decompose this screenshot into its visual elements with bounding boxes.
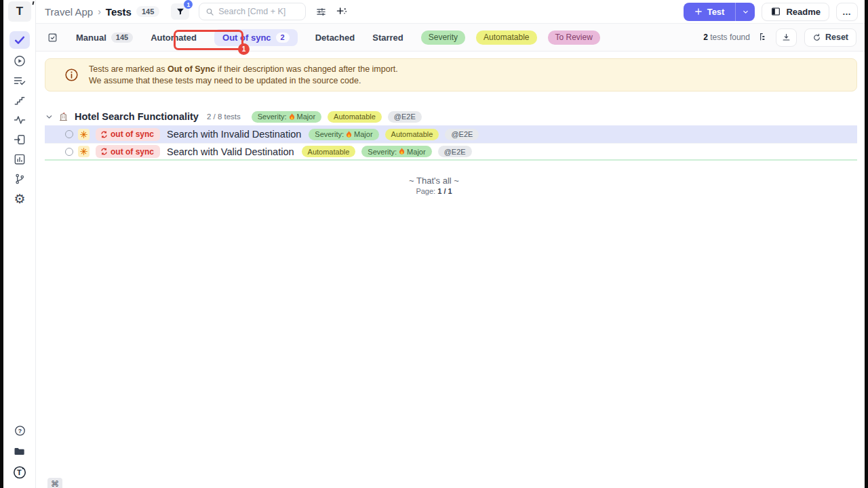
svg-text:?: ? bbox=[18, 427, 21, 434]
tab-automated-label: Automated bbox=[151, 33, 197, 43]
test-severity-badge[interactable]: Severity:Major bbox=[309, 129, 378, 140]
sidebar-item-brand[interactable]: T bbox=[9, 465, 30, 480]
test-row[interactable]: out of sync Search with Valid Destinatio… bbox=[45, 143, 857, 161]
sidebar-item-help[interactable]: ? bbox=[9, 423, 30, 438]
suite-title[interactable]: Hotel Search Functionality bbox=[75, 111, 199, 122]
sidebar-item-runs[interactable] bbox=[9, 54, 30, 68]
test-badges: Automatable Severity:Major @E2E bbox=[302, 146, 472, 157]
banner-line2: We assume that these tests may need to b… bbox=[89, 75, 398, 87]
create-test-dropdown[interactable] bbox=[735, 3, 755, 21]
out-of-sync-badge: out of sync bbox=[96, 145, 160, 158]
search-box[interactable] bbox=[199, 3, 306, 20]
chip-automatable[interactable]: Automatable bbox=[476, 30, 536, 45]
pagination-text: Page: 1 / 1 bbox=[0, 187, 868, 195]
results-count-value: 2 bbox=[703, 33, 708, 42]
sidebar-item-pulse[interactable] bbox=[9, 113, 30, 127]
search-icon bbox=[205, 7, 214, 16]
severity-prefix: Severity: bbox=[368, 148, 397, 156]
suite-row: Hotel Search Functionality 2 / 8 tests S… bbox=[45, 109, 857, 124]
breadcrumb-project[interactable]: Travel App bbox=[45, 6, 93, 18]
sidebar-item-plans[interactable] bbox=[9, 73, 30, 88]
page-title: Tests bbox=[106, 6, 132, 18]
create-test-label: Test bbox=[707, 7, 725, 17]
sidebar-item-branches[interactable] bbox=[9, 171, 30, 186]
results-count-label: tests found bbox=[710, 33, 750, 42]
download-icon bbox=[781, 33, 791, 43]
severity-prefix: Severity: bbox=[315, 130, 344, 138]
reset-label: Reset bbox=[825, 33, 848, 42]
annotation-step-badge: 1 bbox=[238, 43, 250, 55]
sidebar-item-import[interactable] bbox=[9, 132, 30, 147]
readme-button[interactable]: Readme bbox=[762, 3, 829, 21]
chip-to-review[interactable]: To Review bbox=[548, 30, 600, 45]
chip-severity[interactable]: Severity bbox=[421, 30, 465, 45]
test-title[interactable]: Search with Valid Destination bbox=[167, 146, 294, 157]
create-test-button[interactable]: Test bbox=[684, 3, 736, 21]
tab-starred-label: Starred bbox=[372, 33, 403, 43]
tab-detached[interactable]: Detached bbox=[315, 33, 355, 43]
test-badges: Severity:Major Automatable @E2E bbox=[309, 129, 479, 140]
suite-severity-badge[interactable]: Severity:Major bbox=[252, 111, 321, 123]
search-input[interactable] bbox=[218, 7, 296, 16]
tune-button[interactable] bbox=[315, 6, 327, 18]
sidebar-item-docs[interactable] bbox=[9, 444, 30, 459]
sidebar-item-steps[interactable] bbox=[9, 93, 30, 108]
ai-assist-button[interactable] bbox=[336, 6, 348, 18]
suite-automatable-badge[interactable]: Automatable bbox=[328, 111, 382, 123]
tests-total-badge: 145 bbox=[136, 6, 159, 17]
command-icon: ⌘ bbox=[51, 479, 59, 488]
tabs-right-actions: 2 tests found Reset bbox=[703, 28, 856, 47]
end-of-list-text: ~ That's all ~ bbox=[0, 176, 868, 186]
topbar-actions: Test Readme … bbox=[684, 3, 858, 21]
sliders-icon bbox=[315, 6, 327, 18]
sidebar-item-tests[interactable] bbox=[9, 31, 30, 49]
sidebar-item-settings[interactable]: ⚙ bbox=[9, 191, 30, 206]
play-circle-icon bbox=[13, 54, 26, 68]
banner-text: Tests are marked as Out of Sync if their… bbox=[89, 64, 398, 87]
tab-manual-count: 145 bbox=[111, 33, 133, 43]
tree-view-button[interactable] bbox=[757, 32, 768, 43]
view-mode-button[interactable] bbox=[47, 32, 58, 43]
svg-text:T: T bbox=[17, 468, 22, 476]
suite-tag-badge[interactable]: @E2E bbox=[388, 111, 422, 123]
test-automatable-badge[interactable]: Automatable bbox=[302, 146, 356, 157]
sync-arrows-icon bbox=[100, 148, 108, 155]
box-arrow-in-icon bbox=[13, 133, 26, 146]
export-button[interactable] bbox=[776, 28, 797, 47]
test-status-radio[interactable] bbox=[65, 130, 73, 138]
screen-edge-left bbox=[0, 0, 3, 488]
test-tag-badge[interactable]: @E2E bbox=[438, 146, 472, 157]
breadcrumb-separator: › bbox=[98, 6, 101, 17]
pulse-icon bbox=[13, 113, 26, 127]
info-banner: Tests are marked as Out of Sync if their… bbox=[45, 58, 857, 92]
command-key-badge[interactable]: ⌘ bbox=[47, 478, 62, 488]
tabs: Manual 145 Automated Out of sync 2 Detac… bbox=[76, 29, 403, 46]
test-automatable-badge[interactable]: Automatable bbox=[385, 129, 439, 140]
chevron-down-icon bbox=[742, 8, 749, 16]
tab-manual-label: Manual bbox=[76, 33, 106, 43]
chevron-expand-icon[interactable] bbox=[45, 113, 54, 121]
reset-button[interactable]: Reset bbox=[804, 28, 856, 47]
hierarchy-icon bbox=[757, 32, 768, 43]
info-icon bbox=[64, 68, 79, 82]
test-status-radio[interactable] bbox=[65, 148, 73, 156]
banner-line1: Tests are marked as Out of Sync if their… bbox=[89, 64, 398, 75]
test-severity-badge[interactable]: Severity:Major bbox=[361, 146, 431, 157]
more-options-button[interactable]: … bbox=[836, 3, 858, 21]
tab-out-of-sync[interactable]: Out of sync 2 bbox=[214, 29, 298, 46]
test-row[interactable]: out of sync Search with Invalid Destinat… bbox=[45, 125, 857, 143]
tab-automated[interactable]: Automated bbox=[151, 33, 197, 43]
tab-starred[interactable]: Starred bbox=[372, 33, 403, 43]
test-tag-badge[interactable]: @E2E bbox=[445, 129, 479, 140]
folder-icon bbox=[13, 445, 26, 458]
funnel-icon bbox=[176, 7, 185, 16]
clipboard-check-icon bbox=[47, 32, 58, 43]
filter-button[interactable]: 1 bbox=[171, 3, 189, 20]
out-of-sync-label: out of sync bbox=[111, 147, 154, 157]
sidebar-item-reports[interactable] bbox=[9, 152, 30, 167]
test-title[interactable]: Search with Invalid Destination bbox=[167, 129, 301, 140]
pagination-label: Page: bbox=[416, 187, 437, 195]
app-logo[interactable]: T bbox=[8, 1, 31, 22]
tab-manual[interactable]: Manual 145 bbox=[76, 33, 133, 43]
chart-box-icon bbox=[13, 152, 26, 166]
